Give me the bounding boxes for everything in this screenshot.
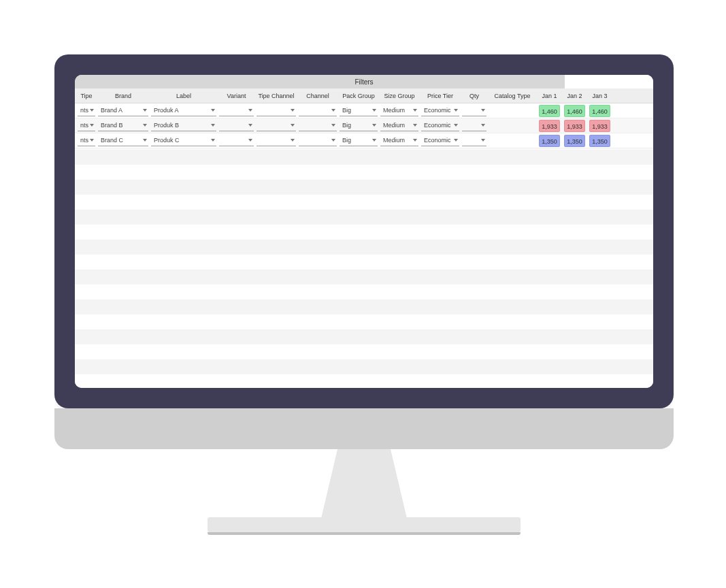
qty-dropdown[interactable] <box>462 135 486 146</box>
table-row: ntsBrand BProduk BBigMediumEconomic1,933… <box>75 118 653 133</box>
chevron-down-icon <box>454 139 458 142</box>
price-tier-dropdown[interactable]: Economic <box>421 135 459 146</box>
tipe-dropdown-value: nts <box>80 107 88 114</box>
col-header-tipe: Tipe <box>76 93 97 99</box>
tipe-dropdown[interactable]: nts <box>78 105 95 116</box>
col-header-catalog-type: Catalog Type <box>488 93 537 99</box>
label-dropdown[interactable]: Produk C <box>151 135 216 146</box>
chevron-down-icon <box>291 139 295 142</box>
price-tier-dropdown-value: Economic <box>424 107 451 114</box>
chevron-down-icon <box>481 124 485 127</box>
app-screen: Filters Tipe Brand Label Variant Tipe Ch… <box>75 75 653 388</box>
channel-dropdown[interactable] <box>299 120 337 131</box>
value-cell: 1,460 <box>589 105 610 117</box>
channel-dropdown[interactable] <box>299 105 337 116</box>
chevron-down-icon <box>331 109 335 112</box>
variant-dropdown[interactable] <box>219 135 254 146</box>
price-tier-dropdown-value: Economic <box>424 137 451 144</box>
col-header-label: Label <box>150 93 218 99</box>
value-cell: 1,933 <box>564 120 585 132</box>
col-header-qty: Qty <box>461 93 488 99</box>
variant-dropdown[interactable] <box>219 105 254 116</box>
tipe-channel-dropdown[interactable] <box>257 135 296 146</box>
chevron-down-icon <box>454 124 458 127</box>
label-dropdown-value: Produk A <box>154 107 179 114</box>
chevron-down-icon <box>413 109 417 112</box>
value-cell: 1,933 <box>539 120 560 132</box>
tipe-dropdown-value: nts <box>80 122 88 129</box>
tipe-channel-dropdown[interactable] <box>257 120 296 131</box>
price-tier-dropdown[interactable]: Economic <box>421 105 459 116</box>
table-row: ntsBrand AProduk ABigMediumEconomic1,460… <box>75 103 653 118</box>
qty-dropdown[interactable] <box>462 120 486 131</box>
monitor-stand-foot <box>208 517 521 532</box>
brand-dropdown[interactable]: Brand A <box>98 105 148 116</box>
chevron-down-icon <box>90 124 94 127</box>
pack-group-dropdown-value: Big <box>342 137 351 144</box>
chevron-down-icon <box>143 109 147 112</box>
chevron-down-icon <box>211 139 215 142</box>
table-row: ntsBrand CProduk CBigMediumEconomic1,350… <box>75 133 653 148</box>
chevron-down-icon <box>372 124 376 127</box>
channel-dropdown[interactable] <box>299 135 337 146</box>
pack-group-dropdown-value: Big <box>342 122 351 129</box>
col-header-pack-group: Pack Group <box>338 93 379 99</box>
price-tier-dropdown-value: Economic <box>424 122 451 129</box>
value-cell: 1,460 <box>564 105 585 117</box>
value-cell: 1,350 <box>564 135 585 147</box>
chevron-down-icon <box>248 139 252 142</box>
pack-group-dropdown[interactable]: Big <box>340 135 378 146</box>
value-cell: 1,350 <box>589 135 610 147</box>
chevron-down-icon <box>211 109 215 112</box>
chevron-down-icon <box>331 124 335 127</box>
size-group-dropdown-value: Medium <box>383 137 405 144</box>
chevron-down-icon <box>413 124 417 127</box>
pack-group-dropdown[interactable]: Big <box>340 120 378 131</box>
chevron-down-icon <box>248 124 252 127</box>
value-cell: 1,350 <box>539 135 560 147</box>
col-header-brand: Brand <box>97 93 150 99</box>
chevron-down-icon <box>372 109 376 112</box>
label-dropdown[interactable]: Produk A <box>151 105 216 116</box>
brand-dropdown-value: Brand A <box>101 107 122 114</box>
tipe-dropdown[interactable]: nts <box>78 135 95 146</box>
pack-group-dropdown-value: Big <box>342 107 351 114</box>
col-header-variant: Variant <box>218 93 255 99</box>
col-header-channel: Channel <box>297 93 338 99</box>
size-group-dropdown[interactable]: Medium <box>380 120 418 131</box>
col-header-price-tier: Price Tier <box>420 93 461 99</box>
col-header-size-group: Size Group <box>379 93 420 99</box>
chevron-down-icon <box>90 109 94 112</box>
size-group-dropdown[interactable]: Medium <box>380 105 418 116</box>
label-dropdown[interactable]: Produk B <box>151 120 216 131</box>
chevron-down-icon <box>481 139 485 142</box>
filters-band-blank-tab <box>565 75 653 88</box>
monitor-frame: Filters Tipe Brand Label Variant Tipe Ch… <box>54 54 674 408</box>
chevron-down-icon <box>413 139 417 142</box>
tipe-channel-dropdown[interactable] <box>257 105 296 116</box>
chevron-down-icon <box>454 109 458 112</box>
brand-dropdown[interactable]: Brand B <box>98 120 148 131</box>
pack-group-dropdown[interactable]: Big <box>340 105 378 116</box>
price-tier-dropdown[interactable]: Economic <box>421 120 459 131</box>
brand-dropdown-value: Brand C <box>101 137 123 144</box>
chevron-down-icon <box>372 139 376 142</box>
value-cell: 1,460 <box>539 105 560 117</box>
chevron-down-icon <box>248 109 252 112</box>
brand-dropdown[interactable]: Brand C <box>98 135 148 146</box>
brand-dropdown-value: Brand B <box>101 122 123 129</box>
tipe-dropdown[interactable]: nts <box>78 120 95 131</box>
filters-band: Filters <box>75 75 653 88</box>
qty-dropdown[interactable] <box>462 105 486 116</box>
label-dropdown-value: Produk C <box>154 137 180 144</box>
variant-dropdown[interactable] <box>219 120 254 131</box>
tipe-dropdown-value: nts <box>80 137 88 144</box>
chevron-down-icon <box>331 139 335 142</box>
value-cell: 1,933 <box>589 120 610 132</box>
col-header-jan1: Jan 1 <box>537 93 562 99</box>
monitor-stand-neck <box>320 449 408 524</box>
chevron-down-icon <box>90 139 94 142</box>
size-group-dropdown[interactable]: Medium <box>380 135 418 146</box>
monitor-chin <box>54 408 674 449</box>
chevron-down-icon <box>291 109 295 112</box>
